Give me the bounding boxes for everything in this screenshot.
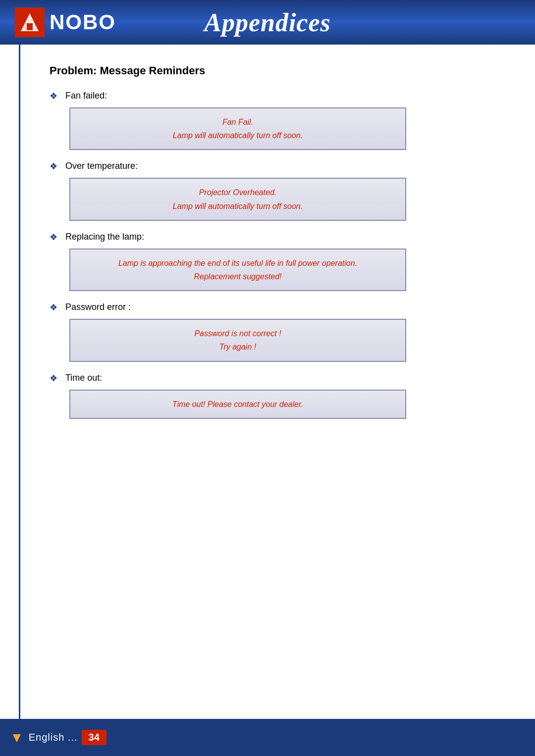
bullet-label-lamp: Replacing the lamp:: [65, 231, 144, 242]
message-box-lamp: Lamp is approaching the end of its usefu…: [69, 249, 406, 291]
bullet-row-lamp: ❖ Replacing the lamp:: [50, 231, 495, 243]
acco-logo-icon: [20, 12, 40, 32]
bullet-label-fan: Fan failed:: [65, 90, 107, 101]
message-box-fan: Fan Fail. Lamp will automatically turn o…: [69, 107, 406, 150]
bullet-row-fan: ❖ Fan failed:: [50, 90, 495, 101]
bullet-row-password: ❖ Password error :: [50, 301, 495, 313]
bullet-section-lamp: ❖ Replacing the lamp: Lamp is approachin…: [50, 231, 495, 291]
bullet-diamond-icon: ❖: [50, 302, 57, 313]
brand-name: NOBO: [50, 10, 116, 34]
bullet-diamond-icon: ❖: [50, 91, 57, 101]
header: NOBO Appendices: [0, 0, 535, 45]
svg-rect-1: [27, 23, 33, 30]
bullet-section-fan: ❖ Fan failed: Fan Fail. Lamp will automa…: [50, 90, 495, 150]
bullet-label-temp: Over temperature:: [65, 160, 138, 171]
message-line-timeout-1: Time out! Please contact your dealer.: [80, 398, 395, 411]
main-content: Problem: Message Reminders ❖ Fan failed:…: [10, 45, 535, 449]
footer-language: English ...: [29, 732, 78, 743]
bullet-row-temp: ❖ Over temperature:: [50, 160, 495, 172]
bullet-label-password: Password error :: [65, 301, 131, 312]
bullet-diamond-icon: ❖: [50, 373, 57, 384]
footer-arrow-icon: ▼: [10, 730, 24, 746]
message-line-password-1: Password is not correct !: [80, 327, 395, 340]
bullet-diamond-icon: ❖: [50, 232, 57, 243]
logo-box: [15, 7, 45, 37]
logo-area: NOBO: [15, 7, 116, 37]
footer: ▼ English ... 34: [0, 719, 535, 756]
bullet-section-temp: ❖ Over temperature: Projector Overheated…: [50, 160, 495, 220]
message-line-fan-1: Fan Fail.: [80, 115, 395, 129]
page-title: Appendices: [204, 8, 331, 37]
bullet-diamond-icon: ❖: [50, 161, 57, 172]
bullet-section-timeout: ❖ Time out: Time out! Please contact you…: [50, 372, 495, 419]
message-box-temp: Projector Overheated. Lamp will automati…: [69, 178, 406, 220]
message-line-lamp-1: Lamp is approaching the end of its usefu…: [80, 256, 395, 270]
section-title: Problem: Message Reminders: [50, 64, 495, 77]
bullet-row-timeout: ❖ Time out:: [50, 372, 495, 384]
message-box-password: Password is not correct ! Try again !: [69, 319, 406, 361]
message-line-fan-2: Lamp will automatically turn off soon.: [80, 129, 395, 142]
bullet-label-timeout: Time out:: [65, 372, 102, 383]
footer-page-number: 34: [82, 730, 107, 745]
message-line-password-2: Try again !: [80, 340, 395, 353]
left-border-line: [19, 45, 20, 719]
message-line-lamp-2: Replacement suggested!: [80, 270, 395, 283]
message-line-temp-2: Lamp will automatically turn off soon.: [80, 200, 395, 213]
bullet-section-password: ❖ Password error : Password is not corre…: [50, 301, 495, 361]
message-line-temp-1: Projector Overheated.: [80, 186, 395, 199]
message-box-timeout: Time out! Please contact your dealer.: [69, 390, 406, 419]
